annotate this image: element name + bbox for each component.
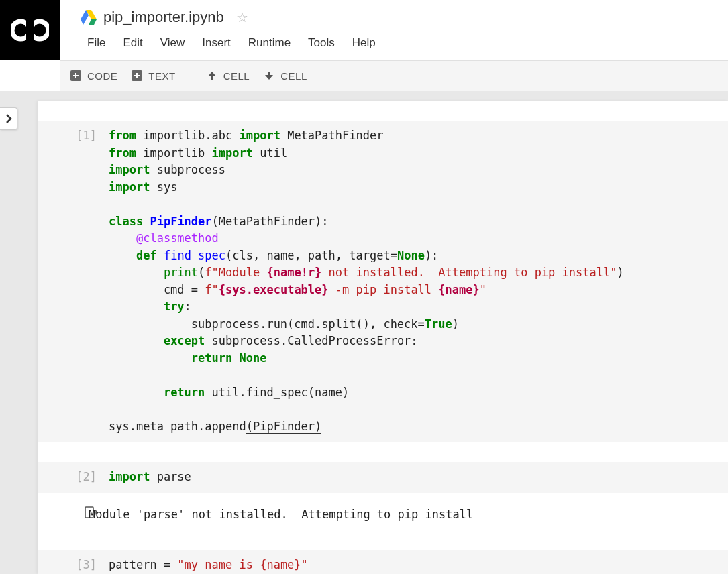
title-row: pip_importer.ipynb ☆ [81,0,728,30]
svg-marker-4 [89,19,97,25]
cell-down-button[interactable]: CELL [256,66,314,86]
cell-input[interactable]: [3] pattern = "my name is {name}" parse.… [38,550,728,574]
add-text-button[interactable]: TEXT [124,66,182,86]
code-content: import parse [109,469,728,486]
cell-down-label: CELL [280,70,307,82]
arrow-up-icon [206,70,218,82]
header: pip_importer.ipynb ☆ File Edit View Inse… [60,0,728,60]
cell-up-label: CELL [223,70,250,82]
toolbar-separator [191,66,191,85]
plus-icon [70,70,82,82]
plus-icon [131,70,143,82]
expand-sidebar-button[interactable] [0,107,17,130]
svg-rect-2 [26,18,34,42]
chevron-right-icon [5,114,12,123]
code-cell: [2] import parse Module 'parse' not inst… [38,462,728,530]
menu-edit[interactable]: Edit [116,34,149,52]
menu-help[interactable]: Help [346,34,382,52]
menu-runtime[interactable]: Runtime [242,34,297,52]
notebook-title[interactable]: pip_importer.ipynb [103,9,224,26]
code-cell: [3] pattern = "my name is {name}" parse.… [38,550,728,574]
star-icon[interactable]: ☆ [236,9,248,25]
cell-prompt: [1] [58,127,109,145]
notebook-area: [1] from importlib.abc import MetaPathFi… [28,91,728,574]
notebook-paper: [1] from importlib.abc import MetaPathFi… [38,101,728,574]
output-icon[interactable] [58,506,89,521]
colab-logo-icon [11,18,49,42]
cell-output: Module 'parse' not installed. Attempting… [38,493,728,530]
cell-input[interactable]: [1] from importlib.abc import MetaPathFi… [38,121,728,442]
menu-file[interactable]: File [81,34,112,52]
output-text: Module 'parse' not installed. Attempting… [89,506,728,524]
add-code-label: CODE [87,70,117,82]
colab-logo [0,0,60,60]
drive-icon [81,10,97,25]
arrow-down-icon [263,70,275,82]
cell-prompt: [3] [58,557,109,574]
left-gutter [0,91,28,574]
menu-insert[interactable]: Insert [195,34,238,52]
cell-input[interactable]: [2] import parse [38,462,728,493]
code-content: from importlib.abc import MetaPathFinder… [109,127,728,435]
menu-tools[interactable]: Tools [301,34,342,52]
code-content: pattern = "my name is {name}" parse.pars… [109,557,728,574]
code-cell: [1] from importlib.abc import MetaPathFi… [38,121,728,442]
add-code-button[interactable]: CODE [63,66,124,86]
cell-prompt: [2] [58,469,109,486]
menu-bar: File Edit View Insert Runtime Tools Help [81,30,728,56]
toolbar: CODE TEXT CELL CELL [60,60,728,91]
cell-up-button[interactable]: CELL [199,66,257,86]
add-text-label: TEXT [148,70,175,82]
menu-view[interactable]: View [154,34,192,52]
